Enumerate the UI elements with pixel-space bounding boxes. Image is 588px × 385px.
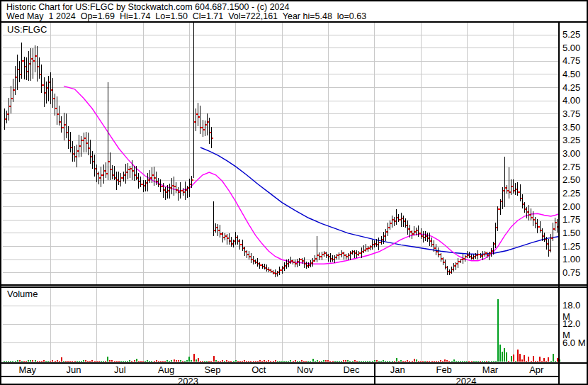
month-label: Nov [282, 364, 328, 376]
month-label: Aug [143, 364, 189, 376]
month-label: Jul [97, 364, 143, 376]
price-tick-label: 4.75 [562, 55, 580, 67]
month-label: Apr [514, 364, 560, 376]
price-tick-label: 3.50 [562, 122, 580, 133]
price-volume-chart-canvas[interactable] [1, 1, 587, 384]
month-label: Mar [467, 364, 513, 376]
price-tick-label: 5.25 [562, 29, 580, 40]
price-tick-label: 2.25 [562, 188, 580, 199]
price-tick-label: 2.00 [562, 201, 580, 213]
month-label: Sep [189, 364, 235, 376]
month-label: Dec [328, 364, 374, 376]
month-label: Jun [50, 364, 96, 376]
price-tick-label: 3.75 [562, 108, 580, 120]
volume-panel-label: Volume [7, 289, 38, 299]
month-label: May [4, 364, 50, 376]
price-tick-label: 1.50 [562, 228, 580, 239]
price-tick-label: 4.50 [562, 69, 580, 80]
price-tick-label: 1.75 [562, 214, 580, 225]
month-label: Feb [421, 364, 467, 376]
year-label: 2024 [373, 376, 559, 385]
price-tick-label: 1.00 [562, 254, 580, 265]
month-label: Jan [375, 364, 421, 376]
price-tick-label: 4.25 [562, 82, 580, 94]
price-tick-label: 2.50 [562, 174, 580, 186]
price-tick-label: 4.00 [562, 95, 580, 106]
price-tick-label: 5.00 [562, 43, 580, 54]
price-tick-label: 3.00 [562, 148, 580, 160]
price-tick-label: 2.75 [562, 162, 580, 173]
year-label: 2023 [3, 376, 373, 385]
symbol-label: US:FLGC [7, 24, 47, 35]
price-tick-label: 3.25 [562, 135, 580, 146]
stock-chart-window: Historic Chart for US:FLGC by Stockwatch… [0, 0, 588, 385]
price-tick-label: 1.25 [562, 241, 580, 252]
month-label: Oct [236, 364, 282, 376]
price-tick-label: 0.75 [562, 267, 580, 279]
volume-tick-label: 6.0 M [562, 337, 586, 349]
